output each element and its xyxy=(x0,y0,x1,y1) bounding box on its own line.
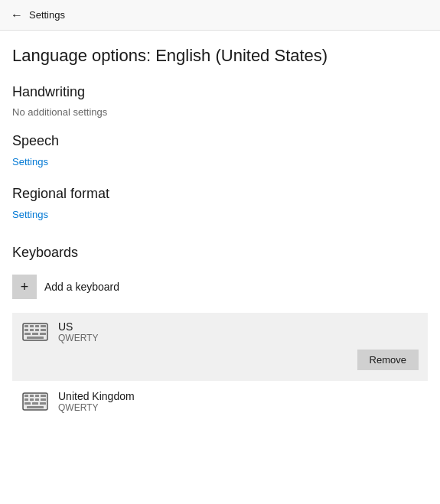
keyboards-section: Keyboards + Add a keyboard xyxy=(12,245,428,421)
keyboard-info-us: US QWERTY xyxy=(58,320,419,343)
keyboard-type-uk: QWERTY xyxy=(58,402,419,413)
handwriting-heading: Handwriting xyxy=(12,84,428,100)
svg-rect-17 xyxy=(41,395,46,397)
keyboard-name-us: US xyxy=(58,320,419,333)
keyboard-icon-us xyxy=(21,321,49,343)
content-area: Language options: English (United States… xyxy=(0,31,440,504)
regional-format-settings-link[interactable]: Settings xyxy=(12,209,48,220)
keyboard-item-us-inner: US QWERTY xyxy=(21,320,419,343)
svg-rect-23 xyxy=(32,402,38,405)
svg-rect-20 xyxy=(35,398,39,401)
back-button[interactable]: ← xyxy=(9,5,29,25)
remove-row: Remove xyxy=(21,343,419,373)
svg-rect-1 xyxy=(24,325,28,327)
regional-format-heading: Regional format xyxy=(12,186,428,202)
svg-rect-11 xyxy=(40,333,46,335)
speech-settings-link[interactable]: Settings xyxy=(12,156,48,167)
keyboard-item-uk: United Kingdom QWERTY xyxy=(12,382,428,421)
svg-rect-25 xyxy=(27,406,44,408)
svg-rect-22 xyxy=(24,402,31,405)
remove-button[interactable]: Remove xyxy=(357,350,419,370)
keyboards-heading: Keyboards xyxy=(12,245,428,261)
add-keyboard-icon-box: + xyxy=(12,275,37,299)
keyboard-name-uk: United Kingdom xyxy=(58,390,419,402)
svg-rect-14 xyxy=(24,395,28,397)
plus-icon: + xyxy=(21,279,29,295)
svg-rect-18 xyxy=(24,398,28,401)
keyboard-icon-uk xyxy=(21,391,49,412)
page-title: Language options: English (United States… xyxy=(12,46,428,66)
header-title: Settings xyxy=(29,9,65,21)
svg-rect-10 xyxy=(32,333,38,335)
svg-rect-3 xyxy=(35,325,39,327)
keyboard-info-uk: United Kingdom QWERTY xyxy=(58,390,419,413)
svg-rect-15 xyxy=(30,395,34,397)
svg-rect-7 xyxy=(35,329,39,331)
keyboard-item-us: US QWERTY Remove xyxy=(12,313,428,381)
header: ← Settings xyxy=(0,0,440,31)
svg-rect-5 xyxy=(24,329,28,331)
keyboard-type-us: QWERTY xyxy=(58,333,419,343)
add-keyboard-label: Add a keyboard xyxy=(44,281,119,293)
add-keyboard-row[interactable]: + Add a keyboard xyxy=(12,267,428,307)
svg-rect-16 xyxy=(35,395,39,397)
svg-rect-8 xyxy=(41,329,46,331)
svg-rect-21 xyxy=(41,398,46,401)
svg-rect-24 xyxy=(40,402,46,405)
svg-rect-6 xyxy=(30,329,34,331)
svg-rect-9 xyxy=(24,333,31,335)
speech-heading: Speech xyxy=(12,133,428,149)
svg-rect-4 xyxy=(41,325,46,327)
svg-rect-19 xyxy=(30,398,34,401)
svg-rect-2 xyxy=(30,325,34,327)
svg-rect-12 xyxy=(27,337,44,339)
handwriting-sub-text: No additional settings xyxy=(12,106,428,118)
back-arrow-icon: ← xyxy=(11,8,23,22)
